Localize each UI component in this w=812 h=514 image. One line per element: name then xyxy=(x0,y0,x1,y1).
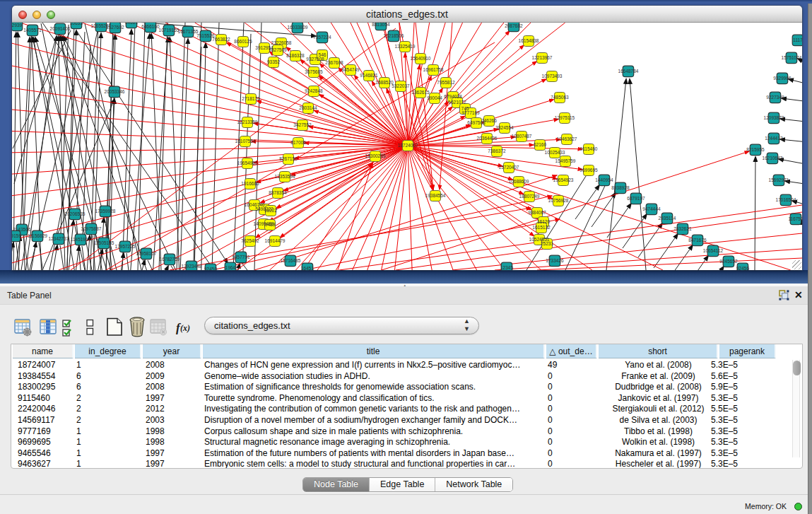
svg-text:9327508: 9327508 xyxy=(306,57,324,62)
svg-text:9329966: 9329966 xyxy=(773,76,792,81)
svg-text:18222: 18222 xyxy=(264,208,277,213)
svg-text:13353594: 13353594 xyxy=(275,174,295,179)
svg-text:7955812: 7955812 xyxy=(437,80,455,85)
svg-text:11451914: 11451914 xyxy=(71,237,91,242)
svg-text:2935114: 2935114 xyxy=(659,216,676,221)
svg-text:15716485: 15716485 xyxy=(281,258,301,263)
svg-text:6794028: 6794028 xyxy=(444,94,462,99)
svg-text:3427552: 3427552 xyxy=(293,122,312,127)
svg-text:5322037: 5322037 xyxy=(392,83,410,88)
svg-text:7632621: 7632621 xyxy=(673,226,692,231)
svg-text:9245652: 9245652 xyxy=(719,259,738,264)
svg-text:2087682: 2087682 xyxy=(505,23,523,28)
svg-text:1733426: 1733426 xyxy=(546,258,564,263)
svg-text:8938928: 8938928 xyxy=(611,185,630,190)
svg-text:1964: 1964 xyxy=(225,265,236,270)
svg-text:1405571: 1405571 xyxy=(23,28,42,33)
svg-text:1615132: 1615132 xyxy=(532,225,551,230)
svg-text:9827509: 9827509 xyxy=(269,47,287,52)
svg-text:8186328: 8186328 xyxy=(286,53,305,58)
svg-text:18724007: 18724007 xyxy=(398,143,418,148)
svg-text:7386372: 7386372 xyxy=(488,148,506,153)
svg-text:12505135: 12505135 xyxy=(94,240,114,245)
svg-text:9884067: 9884067 xyxy=(528,210,546,215)
svg-text:10688609: 10688609 xyxy=(509,179,529,184)
svg-text:10025433: 10025433 xyxy=(545,150,565,155)
svg-text:20206535: 20206535 xyxy=(65,211,86,216)
svg-text:1588520: 1588520 xyxy=(375,80,394,85)
svg-text:15495759: 15495759 xyxy=(555,158,576,163)
svg-text:16451: 16451 xyxy=(301,266,314,270)
svg-text:16107554: 16107554 xyxy=(235,139,256,144)
svg-text:9115460: 9115460 xyxy=(580,146,598,151)
svg-text:15692971: 15692971 xyxy=(769,177,789,182)
svg-text:10654112: 10654112 xyxy=(703,248,724,253)
svg-text:6879197: 6879197 xyxy=(627,196,645,201)
svg-text:1362615: 1362615 xyxy=(411,90,430,95)
svg-text:30975887: 30975887 xyxy=(81,226,102,231)
svg-text:8471676: 8471676 xyxy=(688,238,707,243)
svg-text:64661: 64661 xyxy=(125,23,138,25)
svg-text:2718176: 2718176 xyxy=(242,96,260,101)
svg-text:(x): (x) xyxy=(180,323,190,333)
svg-text:18300295: 18300295 xyxy=(365,153,386,158)
svg-text:15720407: 15720407 xyxy=(499,165,519,170)
svg-text:1527602: 1527602 xyxy=(106,25,124,30)
svg-text:3675685: 3675685 xyxy=(305,69,323,74)
svg-text:19654985: 19654985 xyxy=(237,160,258,165)
svg-text:16961758: 16961758 xyxy=(423,67,444,72)
svg-text:746266: 746266 xyxy=(481,118,497,123)
svg-text:1916685: 1916685 xyxy=(241,181,259,186)
svg-text:39159: 39159 xyxy=(12,233,21,238)
svg-text:7625402: 7625402 xyxy=(241,238,259,243)
svg-text:990044: 990044 xyxy=(427,95,442,100)
svg-text:12345: 12345 xyxy=(500,265,513,270)
svg-text:13325419: 13325419 xyxy=(395,44,416,49)
svg-text:19218506: 19218506 xyxy=(384,33,404,38)
svg-text:62160: 62160 xyxy=(534,142,546,147)
svg-text:9699695: 9699695 xyxy=(579,168,598,173)
svg-text:12923448: 12923448 xyxy=(182,264,202,269)
svg-text:2367608: 2367608 xyxy=(325,60,343,65)
svg-text:12213967: 12213967 xyxy=(532,55,553,60)
svg-text:16120: 16120 xyxy=(537,219,550,224)
svg-text:8454749: 8454749 xyxy=(341,67,360,72)
svg-text:10756928: 10756928 xyxy=(548,198,569,203)
svg-text:1244412: 1244412 xyxy=(765,136,783,141)
svg-text:116753: 116753 xyxy=(788,216,802,221)
svg-text:1621072: 1621072 xyxy=(448,100,466,105)
svg-text:20091406: 20091406 xyxy=(50,26,71,31)
svg-text:93352: 93352 xyxy=(267,59,280,64)
svg-text:1440954: 1440954 xyxy=(595,177,613,182)
svg-text:8878354: 8878354 xyxy=(269,190,287,195)
svg-text:9777169: 9777169 xyxy=(461,110,480,115)
svg-text:18807249: 18807249 xyxy=(519,194,540,199)
svg-text:9474444: 9474444 xyxy=(642,206,661,211)
svg-text:20364436: 20364436 xyxy=(477,136,498,141)
svg-text:9489: 9489 xyxy=(265,222,276,227)
svg-text:25231: 25231 xyxy=(541,241,553,246)
svg-text:20053346: 20053346 xyxy=(105,89,125,94)
svg-text:2803144: 2803144 xyxy=(299,105,317,110)
svg-text:2939: 2939 xyxy=(12,23,23,28)
svg-text:2143506: 2143506 xyxy=(13,227,31,232)
svg-text:15640910: 15640910 xyxy=(411,56,431,61)
svg-text:546: 546 xyxy=(319,52,326,57)
svg-text:8813054: 8813054 xyxy=(372,23,390,27)
svg-text:617006: 617006 xyxy=(290,140,306,145)
svg-text:10973493: 10973493 xyxy=(542,74,563,78)
svg-text:8660125: 8660125 xyxy=(234,39,252,44)
svg-text:1117: 1117 xyxy=(793,37,802,42)
svg-text:19384554: 19384554 xyxy=(425,193,446,198)
svg-text:12213359: 12213359 xyxy=(237,119,258,124)
svg-text:10635: 10635 xyxy=(70,23,83,25)
svg-text:12975115: 12975115 xyxy=(555,115,575,120)
svg-text:16154838: 16154838 xyxy=(519,38,539,43)
svg-text:16782759: 16782759 xyxy=(160,257,180,262)
svg-text:9146821: 9146821 xyxy=(360,73,378,78)
svg-text:19463627: 19463627 xyxy=(557,136,577,141)
svg-text:92450: 92450 xyxy=(204,267,217,270)
svg-text:3824554: 3824554 xyxy=(495,125,514,130)
svg-text:7663822: 7663822 xyxy=(212,37,230,42)
svg-text:17016504: 17016504 xyxy=(776,197,796,202)
